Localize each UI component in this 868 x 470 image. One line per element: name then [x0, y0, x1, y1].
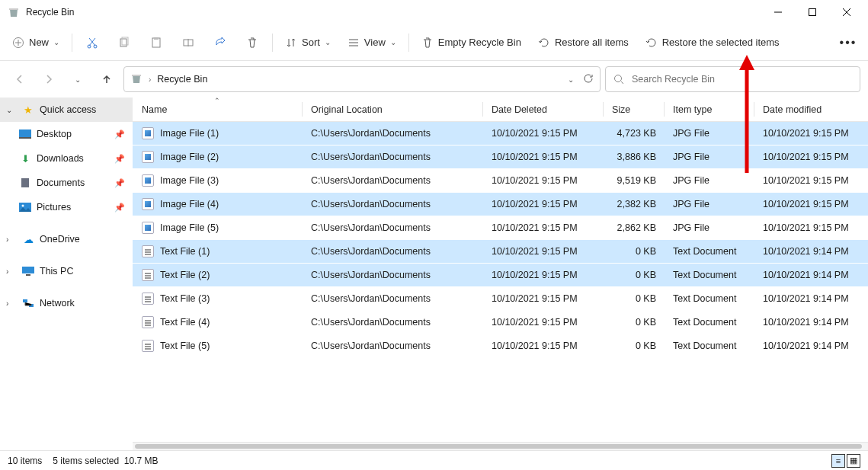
sidebar-item-network[interactable]: › Network — [0, 291, 133, 315]
new-label: New — [29, 37, 49, 48]
cut-button[interactable] — [77, 29, 107, 56]
toolbar: New ⌄ Sort ⌄ View ⌄ Empty Recycle Bin Re… — [0, 24, 868, 61]
new-button[interactable]: New ⌄ — [5, 29, 67, 56]
cell-date-deleted: 10/10/2021 9:15 PM — [482, 293, 603, 304]
file-icon — [142, 127, 154, 139]
scrollbar-thumb[interactable] — [135, 444, 862, 449]
table-row[interactable]: Image File (2)C:\Users\Jordan\Documents1… — [133, 145, 868, 169]
address-bar[interactable]: › Recycle Bin ⌄ — [123, 66, 601, 92]
sidebar-item-this-pc[interactable]: › This PC — [0, 259, 133, 283]
sidebar-item-documents[interactable]: Documents 📌 — [0, 171, 133, 195]
plus-circle-icon — [12, 37, 24, 49]
pin-icon: 📌 — [114, 154, 125, 164]
chevron-down-icon[interactable]: ⌄ — [568, 75, 574, 84]
table-row[interactable]: Text File (1)C:\Users\Jordan\Documents10… — [133, 240, 868, 264]
cell-date-modified: 10/10/2021 9:15 PM — [754, 175, 868, 186]
restore-icon — [538, 37, 550, 49]
minimize-button[interactable] — [761, 0, 795, 24]
cloud-icon: ☁ — [21, 234, 35, 245]
sidebar-item-label: Quick access — [40, 104, 96, 115]
copy-button[interactable] — [109, 29, 139, 56]
sidebar-item-desktop[interactable]: Desktop 📌 — [0, 122, 133, 146]
column-name[interactable]: Name ⌃ — [133, 98, 302, 121]
cell-date-deleted: 10/10/2021 9:15 PM — [482, 128, 603, 139]
file-icon — [142, 198, 154, 210]
content-area: Name ⌃ Original Location Date Deleted Si… — [133, 98, 868, 450]
refresh-button[interactable] — [583, 73, 594, 86]
view-icon — [348, 37, 360, 49]
table-row[interactable]: Image File (3)C:\Users\Jordan\Documents1… — [133, 169, 868, 193]
share-icon — [214, 37, 226, 49]
share-button[interactable] — [205, 29, 235, 56]
delete-button[interactable] — [237, 29, 267, 56]
chevron-right-icon: › — [6, 299, 17, 308]
column-size[interactable]: Size — [603, 98, 664, 121]
cell-size: 2,382 KB — [603, 199, 664, 209]
svg-rect-12 — [21, 178, 29, 187]
sidebar-item-onedrive[interactable]: › ☁ OneDrive — [0, 227, 133, 251]
file-icon — [142, 222, 154, 234]
cell-original-location: C:\Users\Jordan\Documents — [302, 128, 482, 139]
back-button[interactable] — [8, 67, 32, 91]
chevron-down-icon: ⌄ — [390, 38, 396, 46]
column-item-type[interactable]: Item type — [664, 98, 754, 121]
cell-size: 0 KB — [603, 341, 664, 351]
table-row[interactable]: Text File (2)C:\Users\Jordan\Documents10… — [133, 264, 868, 287]
svg-rect-10 — [19, 129, 31, 137]
table-row[interactable]: Image File (5)C:\Users\Jordan\Documents1… — [133, 216, 868, 240]
file-name: Image File (2) — [160, 152, 219, 162]
forward-button[interactable] — [37, 67, 61, 91]
column-date-deleted[interactable]: Date Deleted — [482, 98, 603, 121]
sidebar-item-label: Desktop — [37, 129, 72, 139]
column-date-modified[interactable]: Date modified — [754, 98, 868, 121]
search-input[interactable] — [632, 74, 852, 85]
maximize-button[interactable] — [795, 0, 829, 24]
empty-recycle-bin-button[interactable]: Empty Recycle Bin — [414, 29, 529, 56]
copy-icon — [118, 37, 130, 49]
table-row[interactable]: Text File (3)C:\Users\Jordan\Documents10… — [133, 287, 868, 311]
view-button[interactable]: View ⌄ — [340, 29, 404, 56]
more-button[interactable]: ••• — [833, 29, 863, 56]
recent-button[interactable]: ⌄ — [66, 67, 90, 91]
search-icon — [613, 74, 624, 85]
column-label: Size — [612, 104, 630, 115]
file-icon — [142, 245, 154, 257]
sidebar-item-downloads[interactable]: ⬇ Downloads 📌 — [0, 146, 133, 171]
svg-rect-16 — [26, 274, 30, 276]
separator — [408, 34, 409, 52]
table-row[interactable]: Text File (4)C:\Users\Jordan\Documents10… — [133, 311, 868, 334]
horizontal-scrollbar[interactable] — [133, 442, 868, 450]
search-box[interactable] — [605, 66, 860, 92]
breadcrumb[interactable]: Recycle Bin — [157, 74, 207, 85]
paste-button[interactable] — [141, 29, 171, 56]
table-row[interactable]: Image File (1)C:\Users\Jordan\Documents1… — [133, 122, 868, 145]
thumbnails-view-toggle[interactable]: ▦ — [847, 454, 860, 468]
sidebar-item-pictures[interactable]: Pictures 📌 — [0, 195, 133, 219]
column-original-location[interactable]: Original Location — [302, 98, 482, 121]
file-icon — [142, 174, 154, 187]
sidebar-item-label: Pictures — [37, 202, 71, 213]
svg-rect-0 — [809, 9, 815, 16]
pin-icon: 📌 — [114, 178, 125, 188]
rename-button[interactable] — [173, 29, 203, 56]
svg-rect-15 — [22, 267, 34, 273]
sidebar-item-quick-access[interactable]: ⌄ ★ Quick access — [0, 98, 133, 122]
column-label: Date Deleted — [492, 104, 547, 115]
status-selection: 5 items selected 10.7 MB — [53, 456, 158, 466]
sort-label: Sort — [302, 37, 320, 48]
cell-original-location: C:\Users\Jordan\Documents — [302, 341, 482, 351]
details-view-toggle[interactable]: ≡ — [831, 454, 845, 468]
close-button[interactable] — [829, 0, 863, 24]
chevron-down-icon: ⌄ — [75, 75, 81, 84]
restore-all-button[interactable]: Restore all items — [530, 29, 636, 56]
restore-selected-label: Restore the selected items — [662, 37, 780, 48]
pictures-icon — [18, 203, 32, 212]
table-row[interactable]: Text File (5)C:\Users\Jordan\Documents10… — [133, 334, 868, 358]
pin-icon: 📌 — [114, 203, 125, 213]
up-button[interactable] — [94, 67, 119, 91]
restore-selected-button[interactable]: Restore the selected items — [638, 29, 787, 56]
cell-size: 0 KB — [603, 317, 664, 328]
chevron-right-icon: › — [149, 75, 151, 84]
sort-button[interactable]: Sort ⌄ — [277, 29, 338, 56]
table-row[interactable]: Image File (4)C:\Users\Jordan\Documents1… — [133, 193, 868, 216]
